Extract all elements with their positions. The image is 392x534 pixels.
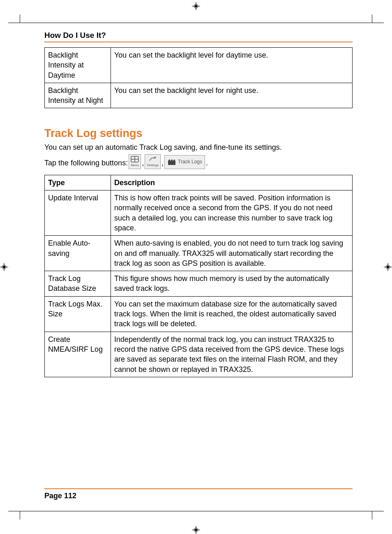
table-row: Backlight Intensity at Night You can set… [45,83,353,108]
separator: , [161,157,164,169]
header-rule [44,42,353,42]
col-header-type: Type [45,175,111,190]
setting-type: Track Logs Max. Size [45,296,111,332]
tap-buttons-line: Tap the following buttons: Menu , Settin… [44,154,353,169]
setting-desc: This is how often track points will be s… [111,190,353,236]
crop-marks-top [0,14,392,23]
registration-mark-icon [192,2,200,10]
tap-prefix: Tap the following buttons: [44,157,128,169]
setting-desc: You can set the backlight level for nigh… [111,83,353,108]
registration-mark-icon [384,263,392,271]
svg-marker-23 [173,159,175,161]
backlight-table: Backlight Intensity at Daytime You can s… [44,47,353,108]
table-row: Track Logs Max. Size You can set the max… [45,296,353,332]
section-title: Track Log settings [44,127,353,140]
col-header-desc: Description [111,175,353,190]
table-row: Update Interval This is how often track … [45,190,353,236]
crop-marks-bottom [0,511,392,520]
track-logs-button-label: Track Logs [178,158,202,166]
menu-button-icon: Menu [129,154,141,169]
line-end: . [206,157,208,169]
table-row: Create NMEA/SIRF Log Independently of th… [45,332,353,377]
svg-marker-22 [171,159,173,161]
settings-button-label: Settings [147,163,159,168]
section-intro: You can set up an automatic Track Log sa… [44,142,353,152]
table-row: Enable Auto-saving When auto-saving is e… [45,236,353,271]
table-header-row: Type Description [45,175,353,190]
setting-desc: You can set the backlight level for dayt… [111,48,353,83]
settings-button-icon: Settings [145,154,161,169]
registration-mark-icon [192,526,200,534]
setting-desc: This figure shows how much memory is use… [111,271,353,297]
svg-marker-21 [168,159,171,161]
menu-button-label: Menu [131,163,139,168]
table-row: Backlight Intensity at Daytime You can s… [45,48,353,83]
registration-mark-icon [0,263,8,271]
track-log-table: Type Description Update Interval This is… [44,175,353,377]
svg-rect-20 [168,161,175,165]
separator: , [142,157,144,169]
setting-desc: When auto-saving is enabled, you do not … [111,236,353,271]
setting-label: Backlight Intensity at Night [45,83,111,108]
setting-type: Enable Auto-saving [45,236,111,271]
svg-point-19 [154,156,156,158]
footer-rule [44,488,353,489]
setting-type: Update Interval [45,190,111,236]
setting-type: Create NMEA/SIRF Log [45,332,111,377]
setting-desc: Independently of the normal track log, y… [111,332,353,377]
setting-type: Track Log Database Size [45,271,111,297]
page-footer: Page 112 [44,488,353,500]
page-header: How Do I Use It? [44,31,353,40]
setting-desc: You can set the maximum database size fo… [111,296,353,332]
page-number: Page 112 [44,492,353,500]
crop-rule-bottom [8,511,384,511]
table-row: Track Log Database Size This figure show… [45,271,353,297]
crop-rule-top [8,23,384,23]
setting-label: Backlight Intensity at Daytime [45,48,111,83]
track-logs-button-icon: Track Logs [164,155,205,169]
